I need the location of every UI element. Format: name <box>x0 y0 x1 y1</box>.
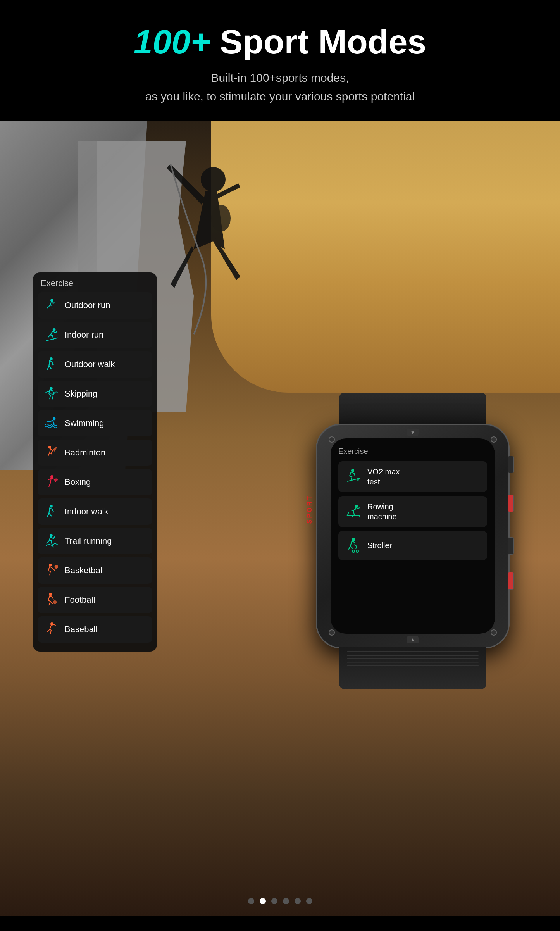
svg-point-1 <box>211 205 231 232</box>
stroller-label: Stroller <box>367 541 392 550</box>
stroller-icon <box>345 537 362 554</box>
screw-bl <box>329 629 335 636</box>
svg-point-19 <box>351 469 354 472</box>
svg-point-23 <box>352 538 355 541</box>
hero-section: Exercise Outdoor run <box>0 121 560 916</box>
page-wrapper: 100+ Sport Modes Built-in 100+sports mod… <box>0 0 560 931</box>
svg-point-25 <box>356 550 358 552</box>
svg-point-0 <box>201 167 226 192</box>
outdoor-run-label: Outdoor run <box>65 300 110 310</box>
sport-item-boxing[interactable]: Boxing <box>38 469 152 495</box>
svg-point-10 <box>50 475 53 478</box>
sport-item-indoor-run[interactable]: Indoor run <box>38 322 152 348</box>
svg-point-15 <box>55 565 59 569</box>
indoor-run-icon <box>43 327 59 343</box>
watch-band-bottom <box>339 647 486 689</box>
sport-item-outdoor-walk[interactable]: Outdoor walk <box>38 351 152 378</box>
title-highlight: 100+ <box>134 22 210 61</box>
watch-button-top-right[interactable] <box>508 456 514 473</box>
football-icon <box>43 592 59 608</box>
vo2-icon <box>345 468 362 485</box>
dot-4[interactable] <box>283 898 289 904</box>
top-button[interactable]: ▼ <box>407 429 419 436</box>
watch-button-bot-right[interactable] <box>508 537 514 555</box>
basketball-label: Basketball <box>65 565 104 576</box>
baseball-label: Baseball <box>65 624 97 634</box>
watch-item-stroller[interactable]: Stroller <box>338 531 487 560</box>
trail-running-label: Trail running <box>65 536 112 546</box>
badminton-icon <box>43 445 59 461</box>
football-label: Football <box>65 595 95 605</box>
svg-point-3 <box>53 328 56 331</box>
watch-band-top <box>339 393 486 426</box>
indoor-walk-icon <box>43 503 59 520</box>
outdoor-run-icon <box>43 297 59 314</box>
outdoor-walk-icon <box>43 356 59 372</box>
watch-container: SPORT ▼ ▲ Exercise <box>304 393 529 664</box>
watch-screen: Exercise VO2 maxtest <box>331 438 495 634</box>
swimming-icon <box>43 415 59 431</box>
svg-rect-11 <box>55 478 58 481</box>
sport-item-football[interactable]: Football <box>38 587 152 613</box>
sport-item-skipping[interactable]: Skipping <box>38 381 152 407</box>
sport-item-baseball[interactable]: Baseball <box>38 616 152 643</box>
dot-indicators <box>248 898 312 904</box>
basketball-icon <box>43 562 59 579</box>
skipping-label: Skipping <box>65 389 97 399</box>
dot-3[interactable] <box>271 898 277 904</box>
header-section: 100+ Sport Modes Built-in 100+sports mod… <box>0 0 560 121</box>
swimming-label: Swimming <box>65 418 104 428</box>
svg-point-5 <box>50 357 53 360</box>
main-title: 100+ Sport Modes <box>8 23 552 61</box>
svg-point-7 <box>53 417 56 421</box>
dot-6[interactable] <box>306 898 312 904</box>
indoor-run-label: Indoor run <box>65 330 103 340</box>
panel-title: Exercise <box>38 278 152 288</box>
svg-point-14 <box>49 564 52 567</box>
svg-point-2 <box>50 299 53 302</box>
band-texture <box>347 651 479 666</box>
watch-button-lower-right[interactable] <box>508 572 514 590</box>
dot-5[interactable] <box>295 898 301 904</box>
svg-point-22 <box>355 505 358 508</box>
badminton-label: Badminton <box>65 448 105 458</box>
watch-button-mid-right[interactable] <box>508 495 514 512</box>
watch-body: SPORT ▼ ▲ Exercise <box>316 424 510 648</box>
rowing-icon <box>345 503 362 520</box>
sport-item-indoor-walk[interactable]: Indoor walk <box>38 498 152 525</box>
dot-1[interactable] <box>248 898 254 904</box>
rowing-label: Rowingmachine <box>367 502 397 522</box>
sport-item-badminton[interactable]: Badminton <box>38 440 152 466</box>
dot-2-active[interactable] <box>260 898 266 904</box>
skipping-icon <box>43 386 59 402</box>
watch-screen-title: Exercise <box>338 447 487 456</box>
boxing-label: Boxing <box>65 477 91 487</box>
boxing-icon <box>43 474 59 490</box>
svg-point-13 <box>50 534 53 537</box>
indoor-walk-label: Indoor walk <box>65 507 109 517</box>
subtitle: Built-in 100+sports modes, as you like, … <box>8 69 552 106</box>
trail-running-icon <box>43 533 59 549</box>
sport-item-swimming[interactable]: Swimming <box>38 410 152 436</box>
outdoor-walk-label: Outdoor walk <box>65 359 115 369</box>
svg-rect-21 <box>357 478 359 481</box>
screw-tl <box>329 436 335 443</box>
svg-point-17 <box>53 600 57 604</box>
svg-point-24 <box>352 550 355 552</box>
sport-side-label: SPORT <box>306 495 313 524</box>
vo2-label: VO2 maxtest <box>367 467 400 487</box>
bottom-button[interactable]: ▲ <box>407 636 419 643</box>
sports-panel: Exercise Outdoor run <box>33 272 157 652</box>
svg-line-4 <box>46 338 58 341</box>
svg-point-16 <box>49 593 52 596</box>
svg-point-6 <box>50 387 53 390</box>
screw-br <box>491 629 497 636</box>
screw-tr <box>491 436 497 443</box>
sport-item-trail-running[interactable]: Trail running <box>38 528 152 554</box>
sport-item-outdoor-run[interactable]: Outdoor run <box>38 292 152 319</box>
sport-item-basketball[interactable]: Basketball <box>38 557 152 584</box>
baseball-icon <box>43 621 59 638</box>
watch-item-rowing[interactable]: Rowingmachine <box>338 496 487 527</box>
svg-point-8 <box>48 446 51 449</box>
watch-item-vo2[interactable]: VO2 maxtest <box>338 461 487 492</box>
